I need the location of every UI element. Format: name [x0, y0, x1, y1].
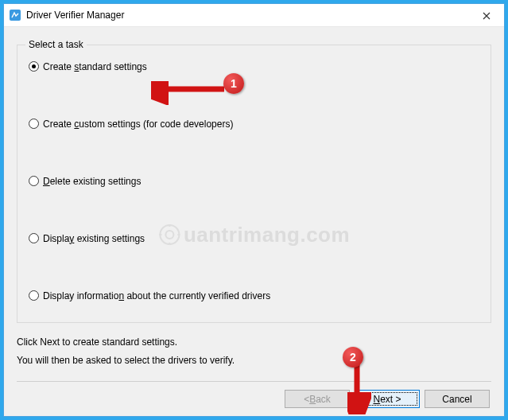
radio-label: Create standard settings [43, 61, 147, 72]
info-line-2: You will then be asked to select the dri… [17, 352, 491, 370]
titlebar[interactable]: Driver Verifier Manager [4, 4, 504, 27]
radio-display-info[interactable]: Display information about the currently … [29, 289, 479, 303]
button-row: < Back Next > Cancel [17, 390, 491, 408]
radio-icon [29, 119, 39, 129]
next-button[interactable]: Next > [355, 390, 420, 408]
annotation-badge-1: 1 [223, 73, 244, 94]
info-text: Click Next to create standard settings. … [17, 334, 491, 370]
radio-icon [29, 176, 39, 186]
radio-label: Display existing settings [43, 233, 145, 244]
info-line-1: Click Next to create standard settings. [17, 334, 491, 352]
window-title: Driver Verifier Manager [26, 10, 124, 21]
radio-display-existing[interactable]: Display existing settings [29, 231, 479, 246]
back-button: < Back [285, 390, 350, 408]
app-icon [9, 9, 21, 21]
radio-label: Create custom settings (for code develop… [43, 119, 233, 130]
task-groupbox: Select a task Create standard settings C… [17, 45, 491, 323]
cancel-button[interactable]: Cancel [425, 390, 490, 408]
radio-icon [29, 61, 39, 72]
annotation-badge-2: 2 [343, 347, 363, 368]
radio-label: Display information about the currently … [43, 290, 270, 301]
groupbox-title: Select a task [25, 39, 87, 50]
radio-create-standard[interactable]: Create standard settings [29, 60, 479, 74]
radio-create-custom[interactable]: Create custom settings (for code develop… [29, 117, 479, 131]
radio-icon [29, 233, 39, 243]
dialog-window: Driver Verifier Manager Select a task Cr… [3, 3, 505, 417]
close-icon [483, 12, 491, 20]
radio-icon [29, 290, 39, 301]
client-area: Select a task Create standard settings C… [4, 27, 504, 416]
separator [17, 381, 491, 382]
close-button[interactable] [468, 4, 504, 27]
radio-list: Create standard settings Create custom s… [17, 45, 491, 303]
radio-delete-existing[interactable]: Delete existing settings [29, 174, 479, 189]
radio-label: Delete existing settings [43, 176, 141, 187]
